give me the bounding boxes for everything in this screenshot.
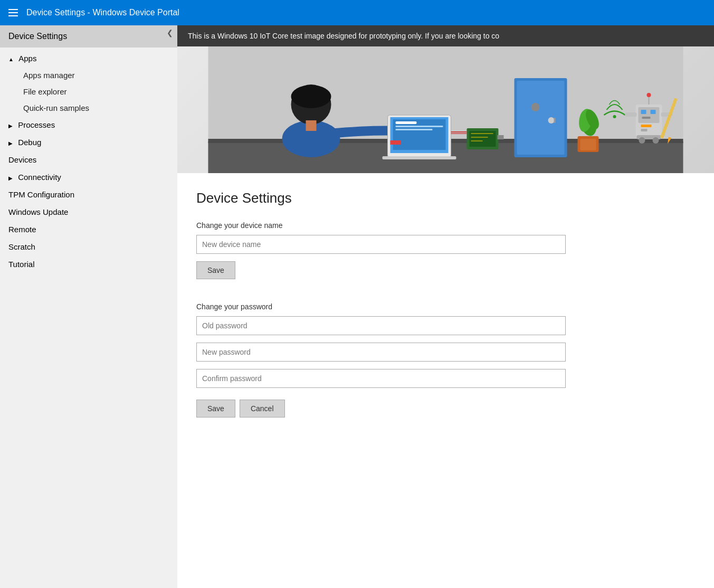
hamburger-menu-icon[interactable]	[8, 9, 18, 16]
svg-point-26	[531, 103, 540, 111]
password-section: Change your password Save Cancel	[196, 302, 695, 430]
password-save-button[interactable]: Save	[196, 400, 235, 418]
svg-point-46	[653, 137, 659, 144]
svg-point-24	[548, 117, 555, 124]
svg-rect-28	[580, 139, 596, 150]
sidebar-item-processes[interactable]: Processes	[0, 116, 177, 134]
svg-rect-11	[396, 121, 417, 124]
sidebar-item-tpm-configuration[interactable]: TPM Configuration	[0, 186, 177, 203]
svg-rect-42	[641, 125, 652, 127]
header-bar: Device Settings - Windows Device Portal	[0, 0, 714, 25]
svg-rect-14	[391, 140, 401, 145]
old-password-input[interactable]	[196, 316, 566, 335]
sidebar-item-file-explorer[interactable]: File explorer	[0, 83, 177, 100]
svg-rect-37	[642, 117, 651, 119]
device-name-section: Change your device name Save	[196, 221, 695, 292]
svg-rect-36	[651, 110, 656, 114]
sidebar-item-devices[interactable]: Devices	[0, 151, 177, 168]
svg-rect-35	[641, 110, 646, 114]
sidebar-item-apps[interactable]: Apps	[0, 50, 177, 67]
password-label: Change your password	[196, 302, 695, 311]
svg-point-5	[291, 85, 331, 108]
sidebar-item-connectivity[interactable]: Connectivity	[0, 168, 177, 186]
sidebar-item-apps-manager[interactable]: Apps manager	[0, 67, 177, 83]
form-content: Device Settings Change your device name …	[177, 173, 714, 588]
svg-rect-25	[554, 118, 556, 123]
svg-rect-6	[306, 120, 317, 131]
hero-illustration	[177, 46, 714, 173]
sidebar-item-windows-update[interactable]: Windows Update	[0, 203, 177, 221]
svg-rect-43	[641, 129, 648, 131]
sidebar: ❮ Device Settings Apps Apps manager File…	[0, 25, 177, 588]
svg-rect-12	[396, 126, 443, 127]
content-area: This is a Windows 10 IoT Core test image…	[177, 25, 714, 588]
svg-rect-15	[383, 156, 456, 159]
sidebar-collapse-button[interactable]: ❮	[167, 29, 173, 37]
warning-banner: This is a Windows 10 IoT Core test image…	[177, 25, 714, 46]
main-layout: ❮ Device Settings Apps Apps manager File…	[0, 25, 714, 588]
svg-rect-21	[498, 135, 504, 139]
sidebar-item-tutorial[interactable]: Tutorial	[0, 255, 177, 273]
svg-point-39	[647, 93, 651, 97]
sidebar-device-settings-label[interactable]: Device Settings	[0, 25, 177, 48]
sidebar-item-remote[interactable]: Remote	[0, 221, 177, 238]
svg-rect-40	[625, 112, 637, 117]
svg-rect-34	[639, 107, 660, 123]
password-cancel-button[interactable]: Cancel	[240, 400, 285, 418]
device-name-label: Change your device name	[196, 221, 695, 230]
new-password-input[interactable]	[196, 343, 566, 362]
confirm-password-input[interactable]	[196, 369, 566, 388]
device-name-save-button[interactable]: Save	[196, 261, 235, 279]
svg-point-45	[639, 137, 645, 144]
sidebar-item-debug[interactable]: Debug	[0, 134, 177, 151]
svg-point-32	[613, 115, 616, 118]
page-title: Device Settings	[196, 190, 695, 206]
svg-rect-23	[517, 81, 565, 155]
svg-rect-13	[396, 129, 433, 130]
sidebar-item-scratch[interactable]: Scratch	[0, 238, 177, 255]
device-name-input[interactable]	[196, 235, 566, 254]
header-title: Device Settings - Windows Device Portal	[26, 8, 179, 17]
sidebar-item-quick-run-samples[interactable]: Quick-run samples	[0, 100, 177, 116]
